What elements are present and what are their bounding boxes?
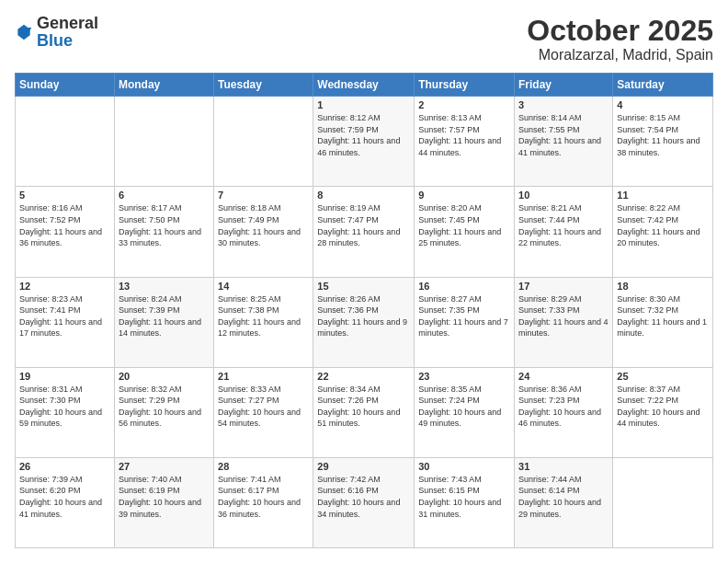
day-info: Sunrise: 8:29 AM Sunset: 7:33 PM Dayligh… [518,293,609,339]
header-saturday: Saturday [613,74,713,97]
day-info: Sunrise: 8:30 AM Sunset: 7:32 PM Dayligh… [617,293,709,339]
day-info: Sunrise: 7:43 AM Sunset: 6:15 PM Dayligh… [418,474,510,520]
day-number: 9 [418,190,510,201]
table-row: 8Sunrise: 8:19 AM Sunset: 7:47 PM Daylig… [313,187,415,277]
day-number: 19 [19,371,110,382]
table-row: 2Sunrise: 8:13 AM Sunset: 7:57 PM Daylig… [415,97,515,187]
day-number: 29 [317,461,410,472]
table-row: 24Sunrise: 8:36 AM Sunset: 7:23 PM Dayli… [515,367,613,457]
day-number: 3 [518,99,609,110]
table-row [613,457,713,547]
calendar-header-row: Sunday Monday Tuesday Wednesday Thursday… [16,74,713,97]
day-number: 28 [218,461,309,472]
table-row: 22Sunrise: 8:34 AM Sunset: 7:26 PM Dayli… [313,367,415,457]
table-row: 27Sunrise: 7:40 AM Sunset: 6:19 PM Dayli… [114,457,213,547]
title-block: October 2025 Moralzarzal, Madrid, Spain [527,15,713,63]
table-row: 6Sunrise: 8:17 AM Sunset: 7:50 PM Daylig… [114,187,213,277]
calendar-week-1: 1Sunrise: 8:12 AM Sunset: 7:59 PM Daylig… [16,97,713,187]
day-info: Sunrise: 7:39 AM Sunset: 6:20 PM Dayligh… [19,474,110,520]
table-row: 13Sunrise: 8:24 AM Sunset: 7:39 PM Dayli… [114,277,213,367]
day-number: 11 [617,190,709,201]
day-info: Sunrise: 8:22 AM Sunset: 7:42 PM Dayligh… [617,202,709,248]
header-sunday: Sunday [16,74,115,97]
day-info: Sunrise: 7:41 AM Sunset: 6:17 PM Dayligh… [218,474,309,520]
day-number: 23 [418,371,510,382]
day-info: Sunrise: 8:13 AM Sunset: 7:57 PM Dayligh… [418,112,510,158]
day-info: Sunrise: 8:24 AM Sunset: 7:39 PM Dayligh… [119,293,210,339]
table-row: 7Sunrise: 8:18 AM Sunset: 7:49 PM Daylig… [214,187,313,277]
page-title: October 2025 [527,15,713,47]
day-number: 4 [617,99,709,110]
calendar-table: Sunday Monday Tuesday Wednesday Thursday… [15,73,713,548]
day-info: Sunrise: 8:32 AM Sunset: 7:29 PM Dayligh… [119,384,210,430]
logo-icon [15,23,33,41]
table-row: 30Sunrise: 7:43 AM Sunset: 6:15 PM Dayli… [415,457,515,547]
day-number: 15 [317,281,410,292]
day-info: Sunrise: 8:27 AM Sunset: 7:35 PM Dayligh… [418,293,510,339]
day-number: 10 [518,190,609,201]
table-row: 19Sunrise: 8:31 AM Sunset: 7:30 PM Dayli… [16,367,115,457]
day-info: Sunrise: 8:23 AM Sunset: 7:41 PM Dayligh… [19,293,110,339]
table-row: 11Sunrise: 8:22 AM Sunset: 7:42 PM Dayli… [613,187,713,277]
day-info: Sunrise: 7:42 AM Sunset: 6:16 PM Dayligh… [317,474,410,520]
day-info: Sunrise: 8:20 AM Sunset: 7:45 PM Dayligh… [418,202,510,248]
table-row [16,97,115,187]
day-number: 26 [19,461,110,472]
day-info: Sunrise: 8:35 AM Sunset: 7:24 PM Dayligh… [418,384,510,430]
header-monday: Monday [114,74,213,97]
day-info: Sunrise: 8:14 AM Sunset: 7:55 PM Dayligh… [518,112,609,158]
table-row: 3Sunrise: 8:14 AM Sunset: 7:55 PM Daylig… [515,97,613,187]
table-row [114,97,213,187]
day-info: Sunrise: 7:40 AM Sunset: 6:19 PM Dayligh… [119,474,210,520]
page: General Blue October 2025 Moralzarzal, M… [0,0,728,563]
day-number: 2 [418,99,510,110]
header-friday: Friday [515,74,613,97]
day-number: 17 [518,281,609,292]
day-info: Sunrise: 8:26 AM Sunset: 7:36 PM Dayligh… [317,293,410,339]
table-row: 10Sunrise: 8:21 AM Sunset: 7:44 PM Dayli… [515,187,613,277]
table-row: 4Sunrise: 8:15 AM Sunset: 7:54 PM Daylig… [613,97,713,187]
table-row: 23Sunrise: 8:35 AM Sunset: 7:24 PM Dayli… [415,367,515,457]
day-info: Sunrise: 8:17 AM Sunset: 7:50 PM Dayligh… [119,202,210,248]
day-number: 30 [418,461,510,472]
day-number: 24 [518,371,609,382]
table-row: 1Sunrise: 8:12 AM Sunset: 7:59 PM Daylig… [313,97,415,187]
table-row: 21Sunrise: 8:33 AM Sunset: 7:27 PM Dayli… [214,367,313,457]
day-info: Sunrise: 8:16 AM Sunset: 7:52 PM Dayligh… [19,202,110,248]
day-number: 20 [119,371,210,382]
table-row: 25Sunrise: 8:37 AM Sunset: 7:22 PM Dayli… [613,367,713,457]
day-info: Sunrise: 8:21 AM Sunset: 7:44 PM Dayligh… [518,202,609,248]
day-number: 21 [218,371,309,382]
day-info: Sunrise: 8:18 AM Sunset: 7:49 PM Dayligh… [218,202,309,248]
day-info: Sunrise: 8:36 AM Sunset: 7:23 PM Dayligh… [518,384,609,430]
table-row: 9Sunrise: 8:20 AM Sunset: 7:45 PM Daylig… [415,187,515,277]
day-number: 1 [317,99,410,110]
day-number: 7 [218,190,309,201]
day-number: 16 [418,281,510,292]
header-thursday: Thursday [415,74,515,97]
table-row [214,97,313,187]
day-info: Sunrise: 8:25 AM Sunset: 7:38 PM Dayligh… [218,293,309,339]
day-number: 8 [317,190,410,201]
header-wednesday: Wednesday [313,74,415,97]
day-info: Sunrise: 8:33 AM Sunset: 7:27 PM Dayligh… [218,384,309,430]
day-number: 22 [317,371,410,382]
table-row: 29Sunrise: 7:42 AM Sunset: 6:16 PM Dayli… [313,457,415,547]
day-info: Sunrise: 8:34 AM Sunset: 7:26 PM Dayligh… [317,384,410,430]
header: General Blue October 2025 Moralzarzal, M… [15,15,713,63]
table-row: 14Sunrise: 8:25 AM Sunset: 7:38 PM Dayli… [214,277,313,367]
day-number: 18 [617,281,709,292]
day-number: 14 [218,281,309,292]
logo-general: General Blue [37,15,98,50]
day-info: Sunrise: 8:37 AM Sunset: 7:22 PM Dayligh… [617,384,709,430]
calendar-week-3: 12Sunrise: 8:23 AM Sunset: 7:41 PM Dayli… [16,277,713,367]
day-info: Sunrise: 7:44 AM Sunset: 6:14 PM Dayligh… [518,474,609,520]
table-row: 15Sunrise: 8:26 AM Sunset: 7:36 PM Dayli… [313,277,415,367]
calendar-week-2: 5Sunrise: 8:16 AM Sunset: 7:52 PM Daylig… [16,187,713,277]
header-tuesday: Tuesday [214,74,313,97]
calendar-week-4: 19Sunrise: 8:31 AM Sunset: 7:30 PM Dayli… [16,367,713,457]
day-number: 25 [617,371,709,382]
page-subtitle: Moralzarzal, Madrid, Spain [527,47,713,63]
day-number: 27 [119,461,210,472]
day-info: Sunrise: 8:31 AM Sunset: 7:30 PM Dayligh… [19,384,110,430]
